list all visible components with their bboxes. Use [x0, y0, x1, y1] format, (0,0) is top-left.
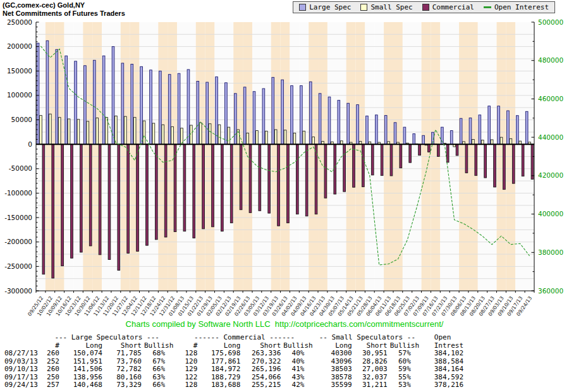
table-cell: 80,160: [105, 374, 144, 382]
table-row: 09/24/13257140,46873,32966%128183,688255…: [2, 381, 466, 389]
svg-text:100000: 100000: [7, 91, 32, 99]
svg-text:360000: 360000: [538, 287, 563, 295]
table-cell: 35599: [315, 381, 355, 389]
table-cell: 175,698: [200, 350, 243, 358]
table-cell: 120: [176, 358, 200, 366]
table-cell: 38503: [315, 365, 355, 374]
table-cell: 378,216: [422, 381, 466, 389]
table-cell: 138,956: [62, 374, 105, 382]
svg-text:-250000: -250000: [4, 262, 32, 270]
table-cell: 43%: [283, 374, 315, 382]
table-col-header: Long: [315, 342, 355, 350]
table-col-header: Bullish: [283, 342, 315, 350]
table-cell: 254,066: [243, 374, 283, 382]
svg-text:-50000: -50000: [9, 164, 32, 172]
table-cell: 150,074: [62, 350, 105, 358]
svg-text:-300000: -300000: [4, 287, 32, 295]
table-cell: 59%: [390, 365, 422, 374]
table-cell: 388,584: [422, 358, 466, 366]
table-col-header: #: [40, 342, 62, 350]
svg-text:380000: 380000: [538, 248, 563, 256]
table-cell: 41%: [283, 365, 315, 374]
svg-text:0: 0: [28, 140, 32, 148]
table-cell: 32,037: [355, 374, 390, 382]
table-group-header: -- Small Speculators --: [315, 334, 422, 342]
table-cell: 40%: [283, 350, 315, 358]
svg-text:50000: 50000: [11, 116, 32, 123]
credit-line: Charts compiled by Software North LLC ht…: [0, 319, 569, 329]
table-cell: 151,951: [62, 358, 105, 366]
table-cell: 67%: [144, 358, 176, 366]
table-col-header: #: [176, 342, 200, 350]
x-axis: [36, 291, 534, 293]
table-cell: 27,003: [355, 365, 390, 374]
table-row: 08/27/13260150,07471,78568%128175,698263…: [2, 350, 466, 358]
table-cell: 66%: [144, 365, 176, 374]
table-col-header: Short: [105, 342, 144, 350]
table-group-header: ------ Commercial ------: [176, 334, 315, 342]
table-row: 09/17/13250138,95680,16063%122188,729254…: [2, 374, 466, 382]
table-cell-date: 09/10/13: [2, 365, 40, 374]
table-cell: 384,164: [422, 365, 466, 374]
table-group-header: --- Large Speculators ---: [40, 334, 176, 342]
table-cell: 122: [176, 374, 200, 382]
table-cell: 66%: [144, 381, 176, 389]
table-group-header: [2, 334, 40, 342]
table-cell-date: 08/27/13: [2, 350, 40, 358]
table-cell-date: 09/03/13: [2, 358, 40, 366]
table-cell: 30,951: [355, 350, 390, 358]
table-col-header: [2, 342, 40, 350]
table-cell: 252: [40, 358, 62, 366]
table-cell: 68%: [144, 350, 176, 358]
table-cell: 28,826: [355, 358, 390, 366]
table-cell: 57%: [390, 350, 422, 358]
svg-text:480000: 480000: [538, 56, 563, 64]
table-cell: 60%: [390, 358, 422, 366]
table-cell: 384,592: [422, 374, 466, 382]
table-cell: 250: [40, 374, 62, 382]
table-cell: 129: [176, 365, 200, 374]
table-cell: 128: [176, 381, 200, 389]
table-cell: 72,782: [105, 365, 144, 374]
table-cell: 73,329: [105, 381, 144, 389]
table-cell: 184,972: [200, 365, 243, 374]
table-col-header: Long: [200, 342, 243, 350]
table-cell: 63%: [144, 374, 176, 382]
table-cell: 71,785: [105, 350, 144, 358]
table-cell: 260: [40, 365, 62, 374]
table-cell: 384,102: [422, 350, 466, 358]
table-cell: 270,322: [243, 358, 283, 366]
svg-text:400000: 400000: [538, 210, 563, 217]
table-col-header: Bullish: [144, 342, 176, 350]
table-col-header: Short: [243, 342, 283, 350]
table-cell: 42%: [283, 381, 315, 389]
svg-text:-150000: -150000: [4, 214, 32, 221]
table-cell: 40300: [315, 350, 355, 358]
table-cell: 43096: [315, 358, 355, 366]
svg-text:150000: 150000: [7, 67, 32, 75]
table-cell-date: 09/24/13: [2, 381, 40, 389]
right-axis: 5000004800004600004400004200004000003800…: [532, 18, 564, 295]
table-col-header: Short: [355, 342, 390, 350]
left-axis: 250000200000150000100000500000-50000-100…: [4, 18, 39, 295]
table-cell: 177,861: [200, 358, 243, 366]
cot-report-page: (GC,comex-cec) Gold,NY Net Commitments o…: [0, 0, 569, 392]
table-cell: 31,211: [355, 381, 390, 389]
table-cell: 53%: [390, 381, 422, 389]
table-cell: 257: [40, 381, 62, 389]
svg-text:460000: 460000: [538, 95, 563, 102]
svg-text:-200000: -200000: [4, 238, 32, 245]
table-cell: 265,196: [243, 365, 283, 374]
svg-text:500000: 500000: [538, 18, 563, 26]
table-cell: 188,729: [200, 374, 243, 382]
table-cell: 38578: [315, 374, 355, 382]
table-cell: 263,336: [243, 350, 283, 358]
svg-text:420000: 420000: [538, 171, 563, 179]
cot-table: --- Large Speculators --------- Commerci…: [2, 334, 466, 389]
x-tick-labels: 09/25/1210/02/1210/09/1210/16/1210/23/12…: [27, 295, 533, 317]
table-col-header: Long: [62, 342, 105, 350]
table-cell: 255,215: [243, 381, 283, 389]
svg-text:250000: 250000: [7, 18, 32, 26]
table-cell: 40%: [283, 358, 315, 366]
table-cell: 260: [40, 350, 62, 358]
